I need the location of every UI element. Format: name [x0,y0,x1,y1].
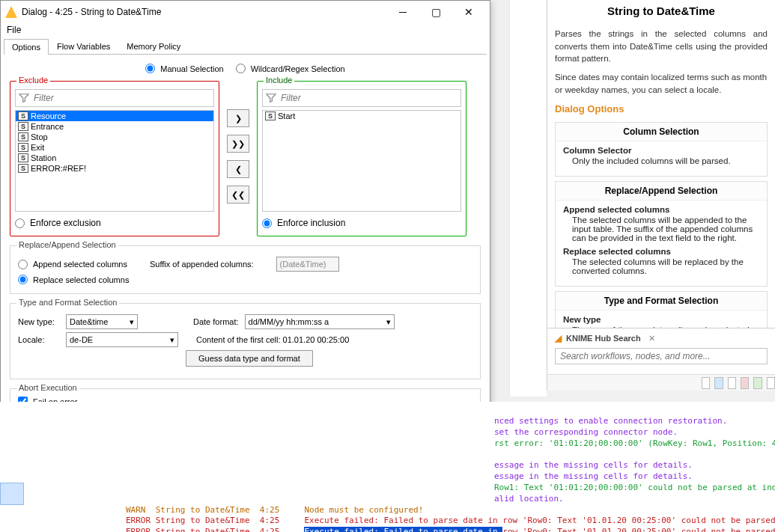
radio-append-columns[interactable]: Append selected columns [18,260,127,269]
console-line: alid location. [494,494,564,504]
move-add-button[interactable]: ❯ [227,109,249,127]
console-line: rst error: '01:01:20;00:00:00' (RowKey: … [494,438,775,448]
help-body-text: The selected columns will be appended to… [572,215,759,242]
console-error-row: row 'Row0: Text '01.01.20 00:25:00' coul… [502,516,775,525]
list-item[interactable]: SStation [16,153,213,163]
radio-replace-input[interactable] [18,275,28,284]
radio-replace-columns[interactable]: Replace selected columns [18,275,472,284]
help-desc-2: Since dates may contain localized terms … [547,68,775,99]
replace-append-legend: Replace/Append Selection [16,240,118,249]
exclude-filter-box [15,89,214,107]
chevron-down-icon: ▾ [170,335,174,345]
console-error-row: row 'Row0: Text '01.01.20 00:25:00' coul… [502,527,775,532]
include-filter-box [262,89,461,107]
help-card-heading: Column Selection [556,123,767,141]
close-tab-icon[interactable]: ✕ [648,334,655,343]
radio-enforce-exclusion-input[interactable] [15,218,25,228]
toolbar-icon[interactable] [753,377,762,389]
console-error-msg: Execute failed: Failed to parse date in [304,516,502,525]
list-item-label: Stop [31,132,48,141]
toolbar-icon[interactable] [702,377,710,389]
include-listbox[interactable]: SStart [262,110,461,212]
list-item[interactable]: SStart [263,111,461,121]
type-badge-icon: S [18,122,28,131]
type-badge-icon: S [18,111,28,120]
toolbar-icon[interactable] [767,377,775,389]
help-card-heading: Type and Format Selection [556,292,767,311]
tab-memory-policy[interactable]: Memory Policy [118,38,189,54]
maximize-button[interactable]: ▢ [419,1,452,22]
menu-file[interactable]: File [7,25,21,35]
close-button[interactable]: ✕ [452,1,485,22]
list-item-label: Resource [31,111,66,120]
new-type-combo[interactable]: Date&time ▾ [66,314,138,329]
list-item[interactable]: SStop [16,132,213,142]
tab-options[interactable]: Options [4,39,49,55]
console-error-msg-selected: Execute failed: Failed to parse date in [304,527,502,532]
radio-regex-selection[interactable]: Wildcard/Regex Selection [236,64,345,73]
type-badge-icon: S [265,111,276,120]
radio-enforce-exclusion[interactable]: Enforce exclusion [15,218,214,228]
move-remove-all-button[interactable]: ❮❮ [227,186,249,204]
radio-enforce-exclusion-label: Enforce exclusion [30,218,101,228]
locale-value: de-DE [70,335,93,344]
minimize-button[interactable]: ─ [386,1,419,22]
radio-regex-input[interactable] [236,64,246,73]
help-subheading: Append selected columns [563,205,759,214]
console-line: nced settings to enable connection resto… [494,416,727,426]
list-item-label: Start [278,111,295,120]
list-item[interactable]: SResource [16,111,213,121]
suffix-input [276,257,339,272]
radio-manual-input[interactable] [145,64,155,73]
chevron-down-icon: ▾ [130,317,134,327]
help-desc-1: Parses the strings in the selected colum… [547,25,775,68]
type-badge-icon: S [18,143,28,152]
options-panel: Manual Selection Wildcard/Regex Selectio… [10,62,481,443]
suffix-label: Suffix of appended columns: [150,260,254,269]
radio-append-label: Append selected columns [33,260,127,269]
date-format-value: dd/MM/yy hh:mm:ss a [249,317,329,326]
radio-append-input[interactable] [18,260,28,269]
knime-hub-search-input[interactable] [555,348,768,364]
console-error-label: ERROR String to Date&Time 4:25 [126,516,304,525]
knime-hub-title: KNIME Hub Search [566,334,641,343]
toolbar-icon[interactable] [741,377,749,389]
type-format-section: Type and Format Selection New type: Date… [10,303,481,379]
titlebar: Dialog - 4:25 - String to Date&Time ─ ▢ … [1,1,490,23]
funnel-icon [17,91,31,105]
radio-enforce-inclusion[interactable]: Enforce inclusion [262,218,461,228]
tab-flow-variables[interactable]: Flow Variables [49,38,118,54]
list-item-label: Exit [31,143,44,152]
first-cell-content: Content of the first cell: 01.01.20 00:2… [196,335,349,344]
console-line: Row1: Text '01:01:20;00:00:00' could not… [494,483,775,492]
radio-manual-label: Manual Selection [160,64,223,73]
console-error-label: ERROR String to Date&Time 4:25 [126,527,304,532]
exclude-filter-input[interactable] [32,91,213,106]
radio-enforce-inclusion-input[interactable] [262,218,272,228]
list-item[interactable]: SERROR:#REF! [16,163,213,174]
locale-combo[interactable]: de-DE ▾ [66,332,178,347]
radio-replace-label: Replace selected columns [33,275,129,284]
move-add-all-button[interactable]: ❯❯ [227,135,249,153]
date-format-combo[interactable]: dd/MM/yy hh:mm:ss a ▾ [245,314,395,329]
list-item-label: Station [31,153,56,162]
list-item[interactable]: SExit [16,142,213,153]
list-item[interactable]: SEntrance [16,121,213,132]
guess-format-button[interactable]: Guess data type and format [186,350,313,367]
include-filter-input[interactable] [279,91,461,106]
selection-mode-row: Manual Selection Wildcard/Regex Selectio… [10,62,481,81]
radio-manual-selection[interactable]: Manual Selection [145,64,223,73]
console-line: essage in the missing cells for details. [494,460,693,470]
help-body-text: The selected columns will be replaced by… [572,257,759,275]
selected-cell-background [0,483,24,505]
move-remove-button[interactable]: ❮ [227,160,249,178]
chevron-down-icon: ▾ [386,317,391,327]
abort-legend: Abort Execution [16,383,79,392]
toolbar-icon[interactable] [714,377,723,389]
toolbar-icon[interactable] [728,377,736,389]
new-type-label: New type: [18,317,60,326]
node-help-panel: String to Date&Time Parses the strings i… [547,0,775,374]
knime-hub-panel: ◢ KNIME Hub Search ✕ [547,328,775,370]
exclude-listbox[interactable]: SResource SEntrance SStop SExit SStation… [15,110,214,212]
console-panel[interactable]: nced settings to enable connection resto… [0,402,775,532]
